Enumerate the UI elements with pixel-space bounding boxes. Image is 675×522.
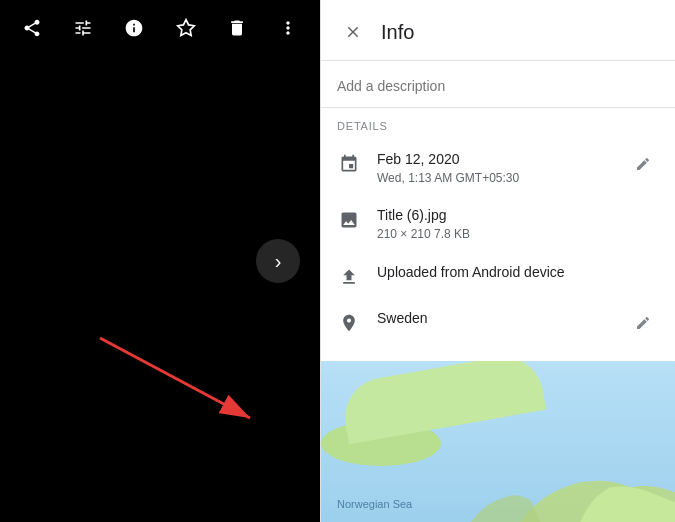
svg-line-2 [100,338,250,418]
file-secondary: 210 × 210 7.8 KB [377,226,659,243]
panel-title: Info [381,21,414,44]
red-arrow-annotation [80,318,280,442]
location-detail-row: Sweden [321,299,675,349]
more-options-icon[interactable] [273,12,304,44]
description-area [321,61,675,108]
info-icon[interactable] [119,12,150,44]
share-icon[interactable] [16,12,47,44]
panel-header: Info [321,0,675,61]
location-icon [337,311,361,335]
date-detail-row: Feb 12, 2020 Wed, 1:13 AM GMT+05:30 [321,140,675,196]
map-background: Norwegian Sea [321,361,675,522]
location-content: Sweden [377,309,627,329]
image-icon [337,208,361,232]
file-detail-row: Title (6).jpg 210 × 210 7.8 KB [321,196,675,252]
file-content: Title (6).jpg 210 × 210 7.8 KB [377,206,659,242]
location-edit-button[interactable] [627,307,659,339]
upload-primary: Uploaded from Android device [377,263,659,283]
calendar-icon [337,152,361,176]
date-primary: Feb 12, 2020 [377,150,627,170]
photo-toolbar [0,0,320,56]
map-preview[interactable]: Norwegian Sea [321,361,675,522]
upload-detail-row: Uploaded from Android device [321,253,675,299]
next-button[interactable]: › [256,239,300,283]
upload-content: Uploaded from Android device [377,263,659,283]
date-edit-button[interactable] [627,148,659,180]
svg-marker-0 [177,20,194,36]
delete-icon[interactable] [221,12,252,44]
file-primary: Title (6).jpg [377,206,659,226]
star-icon[interactable] [170,12,201,44]
close-button[interactable] [337,16,369,48]
details-label: DETAILS [321,120,675,140]
location-primary: Sweden [377,309,627,329]
date-content: Feb 12, 2020 Wed, 1:13 AM GMT+05:30 [377,150,627,186]
date-secondary: Wed, 1:13 AM GMT+05:30 [377,170,627,187]
upload-icon [337,265,361,289]
description-input[interactable] [337,78,659,94]
info-panel: Info DETAILS Feb 12, 2020 Wed, 1:13 AM G… [320,0,675,522]
map-label: Norwegian Sea [337,498,412,510]
adjust-icon[interactable] [67,12,98,44]
details-section: DETAILS Feb 12, 2020 Wed, 1:13 AM GMT+05… [321,108,675,361]
photo-viewer: › [0,0,320,522]
